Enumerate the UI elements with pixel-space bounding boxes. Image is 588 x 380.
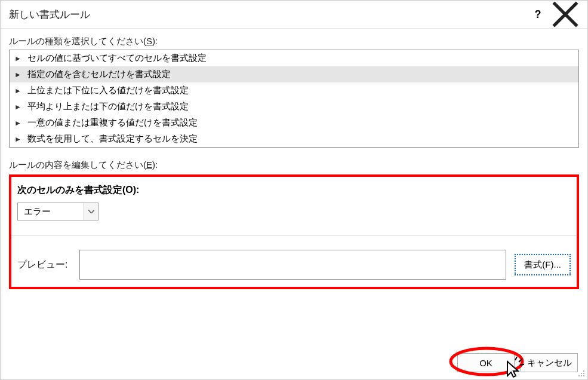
dialog-button-row: OK キャンセル xyxy=(457,353,578,372)
condition-dropdown[interactable]: エラー xyxy=(17,203,98,220)
rule-type-list[interactable]: ► セルの値に基づいてすべてのセルを書式設定 ► 指定の値を含むセルだけを書式設… xyxy=(9,50,579,148)
rule-type-item[interactable]: ► 一意の値または重複する値だけを書式設定 xyxy=(10,115,578,131)
rule-type-label-suffix: ): xyxy=(152,36,158,46)
cancel-button[interactable]: キャンセル xyxy=(521,353,578,372)
preview-row: プレビュー: 書式(F)... xyxy=(17,250,571,280)
svg-point-8 xyxy=(583,373,584,374)
svg-point-6 xyxy=(583,370,584,372)
titlebar-buttons: ? xyxy=(524,5,579,23)
chevron-down-icon xyxy=(88,210,94,213)
format-button[interactable]: 書式(F)... xyxy=(515,254,571,275)
edit-rule-label-prefix: ルールの内容を編集してください( xyxy=(9,160,146,170)
help-button[interactable]: ? xyxy=(524,5,552,23)
arrow-icon: ► xyxy=(14,87,21,95)
rule-type-text: 一意の値または重複する値だけを書式設定 xyxy=(27,117,198,128)
format-btn-prefix: 書式( xyxy=(524,259,545,269)
edit-rule-label-suffix: ): xyxy=(152,160,158,170)
rule-type-text: 上位または下位に入る値だけを書式設定 xyxy=(27,85,189,96)
arrow-icon: ► xyxy=(14,71,21,79)
dialog-window: 新しい書式ルール ? ルールの種類を選択してください(S): ► セルの値に基づ… xyxy=(0,0,588,380)
arrow-icon: ► xyxy=(14,54,21,63)
close-button[interactable] xyxy=(552,5,579,23)
rule-type-label-key: S xyxy=(146,36,152,46)
close-icon xyxy=(552,1,579,28)
rule-type-item[interactable]: ► セルの値に基づいてすべてのセルを書式設定 xyxy=(10,50,578,66)
rule-type-text: 平均より上または下の値だけを書式設定 xyxy=(27,101,189,112)
rule-type-item[interactable]: ► 指定の値を含むセルだけを書式設定 xyxy=(10,66,578,82)
format-only-label: 次のセルのみを書式設定(O): xyxy=(17,184,571,197)
rule-type-text: 数式を使用して、書式設定するセルを決定 xyxy=(27,133,198,145)
titlebar: 新しい書式ルール ? xyxy=(1,1,587,29)
svg-point-9 xyxy=(578,375,580,376)
format-only-prefix: 次のセルのみを書式設定( xyxy=(17,185,125,195)
rule-type-label: ルールの種類を選択してください(S): xyxy=(9,36,579,47)
arrow-icon: ► xyxy=(14,135,21,143)
dropdown-button[interactable] xyxy=(84,203,98,220)
dialog-content: ルールの種類を選択してください(S): ► セルの値に基づいてすべてのセルを書式… xyxy=(1,29,587,289)
rule-type-item[interactable]: ► 上位または下位に入る値だけを書式設定 xyxy=(10,82,578,99)
dialog-title: 新しい書式ルール xyxy=(9,8,90,22)
ok-button-wrap: OK xyxy=(457,353,515,372)
arrow-icon: ► xyxy=(14,119,21,127)
svg-point-11 xyxy=(583,375,584,376)
svg-line-3 xyxy=(515,357,517,360)
ok-button[interactable]: OK xyxy=(457,353,515,372)
arrow-icon: ► xyxy=(14,103,21,111)
preview-box xyxy=(79,250,506,280)
divider xyxy=(11,235,577,235)
svg-point-10 xyxy=(581,375,582,376)
format-btn-key: F xyxy=(545,259,550,269)
svg-point-7 xyxy=(581,373,582,374)
highlighted-section: 次のセルのみを書式設定(O): エラー プレビュー: 書式(F)... xyxy=(9,174,579,289)
edit-rule-label: ルールの内容を編集してください(E): xyxy=(9,160,579,171)
rule-type-text: 指定の値を含むセルだけを書式設定 xyxy=(27,69,171,80)
rule-type-item[interactable]: ► 数式を使用して、書式設定するセルを決定 xyxy=(10,131,578,147)
rule-type-item[interactable]: ► 平均より上または下の値だけを書式設定 xyxy=(10,99,578,115)
format-btn-suffix: )... xyxy=(551,259,562,269)
rule-type-text: セルの値に基づいてすべてのセルを書式設定 xyxy=(27,53,207,64)
format-only-suffix: ): xyxy=(133,185,140,195)
resize-grip-icon[interactable] xyxy=(577,369,586,378)
rule-type-label-prefix: ルールの種類を選択してください( xyxy=(9,36,146,46)
edit-rule-label-key: E xyxy=(146,160,152,170)
format-only-key: O xyxy=(125,185,133,195)
preview-label: プレビュー: xyxy=(17,259,71,271)
dropdown-value: エラー xyxy=(18,206,84,217)
